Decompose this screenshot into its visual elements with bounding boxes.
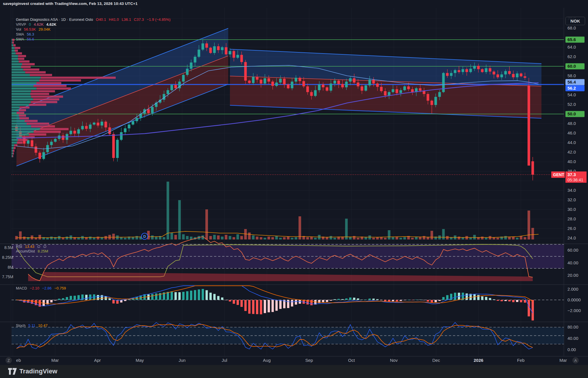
vrvp-value-a: 0 — [29, 22, 31, 27]
attribution-text: savepiginvest created with TradingView.c… — [3, 1, 138, 6]
stoch-legend[interactable]: Stoch 5.11 10.47 — [16, 323, 49, 328]
time-tick: Jul — [222, 358, 227, 363]
time-tick: 2026 — [474, 358, 483, 363]
ohlc-change: −1.9 (−4.85%) — [147, 17, 170, 22]
symbol-title: Gentian Diagnostics ASA · 1D · Euronext … — [16, 17, 93, 22]
macd-legend[interactable]: MACD −2.10 −2.86 −0.759 — [16, 286, 68, 291]
svg-text:48.0: 48.0 — [567, 121, 576, 126]
svg-text:80.00: 80.00 — [567, 324, 578, 329]
svg-text:2.000: 2.000 — [567, 287, 578, 292]
svg-text:−2.000: −2.000 — [567, 308, 581, 313]
stoch-d-value: 10.47 — [38, 323, 48, 328]
time-tick: Feb — [517, 358, 525, 363]
level-label-65-6[interactable]: 65.6 — [565, 36, 585, 43]
time-tick: May — [136, 358, 144, 363]
time-tick: Dec — [432, 358, 440, 363]
svg-text:8.25M: 8.25M — [2, 255, 13, 260]
vol-label: Vol — [16, 27, 21, 32]
time-axis[interactable]: ebMarAprMayJunJulAugSepOctNovDec2026FebM… — [5, 357, 579, 364]
footer-bar: TradingView — [0, 365, 588, 378]
svg-text:20.00: 20.00 — [567, 273, 578, 278]
chart-surface[interactable]: D60.0040.0020.008.5M8.25M8M7.75M2.0000.0… — [0, 8, 588, 365]
time-tick: Sep — [305, 358, 313, 363]
sma-label-56-4[interactable]: 56.4 — [565, 79, 585, 85]
svg-text:62.0: 62.0 — [567, 54, 576, 59]
legend-symbol-row[interactable]: Gentian Diagnostics ASA · 1D · Euronext … — [16, 17, 172, 22]
vol-value: 56.53K — [24, 27, 36, 32]
accdist-label: Accum/Dist — [16, 249, 35, 253]
price-axis[interactable]: 70.068.064.062.058.054.052.048.046.044.0… — [551, 16, 587, 240]
rsi-pane[interactable]: 60.0040.0020.008.5M8.25M8M7.75M — [2, 237, 578, 281]
dividend-marker[interactable]: D — [141, 233, 148, 239]
svg-text:46.0: 46.0 — [567, 130, 576, 135]
tradingview-logo[interactable]: TradingView — [8, 368, 57, 375]
ohlc-open: O40.1 — [96, 17, 106, 22]
legend-sma1-row[interactable]: SMA 56.3 — [16, 32, 172, 37]
time-tick: Nov — [390, 358, 398, 363]
svg-text:8M: 8M — [8, 265, 13, 270]
svg-text:7.75M: 7.75M — [2, 274, 13, 279]
macd-label: MACD — [16, 286, 27, 290]
stoch-label: Stoch — [16, 323, 25, 328]
svg-text:58.0: 58.0 — [567, 73, 576, 78]
time-tick: Apr — [94, 358, 101, 363]
level-label-50-0[interactable]: 50.0 — [565, 111, 585, 117]
legend-vrvp-row[interactable]: VRVP 0 4.62K 4.62K — [16, 22, 172, 27]
svg-text:64.0: 64.0 — [567, 45, 576, 49]
last-price-label[interactable]: GENT37.305:36:41 — [551, 172, 587, 183]
time-tick: Aug — [263, 358, 271, 363]
svg-text:60.00: 60.00 — [567, 248, 578, 252]
main-legend: Gentian Diagnostics ASA · 1D · Euronext … — [16, 17, 172, 42]
tradingview-wordmark: TradingView — [19, 368, 57, 375]
svg-text:54.0: 54.0 — [567, 92, 576, 97]
legend-vol-row[interactable]: Vol 56.53K 29.04K — [16, 27, 172, 32]
svg-text:05:36:41: 05:36:41 — [567, 178, 583, 182]
sma2-value: 56.6 — [27, 37, 34, 41]
svg-text:34.0: 34.0 — [567, 188, 576, 193]
trend-channels[interactable] — [16, 28, 541, 166]
chart-svg[interactable]: D60.0040.0020.008.5M8.25M8M7.75M2.0000.0… — [0, 8, 588, 365]
autoscale-button[interactable]: A — [572, 357, 579, 364]
svg-text:40.00: 40.00 — [567, 260, 578, 265]
macd-hist-value: −2.10 — [30, 286, 39, 290]
stoch-k-value: 5.11 — [28, 323, 35, 328]
hline-label-56-2[interactable]: 56.2 — [565, 85, 585, 91]
currency-button[interactable]: NOK — [565, 17, 585, 25]
svg-text:GENT: GENT — [553, 172, 564, 177]
svg-text:0.00: 0.00 — [567, 347, 576, 352]
time-tick: Jun — [179, 358, 186, 363]
svg-text:60.0: 60.0 — [567, 64, 576, 69]
accdist-value: 8.25M — [38, 249, 48, 253]
macd-pane[interactable]: 2.0000.0000−2.000 — [12, 286, 581, 320]
svg-text:65.6: 65.6 — [567, 37, 576, 42]
svg-text:50.0: 50.0 — [567, 111, 576, 116]
ohlc-high: H41.0 — [109, 17, 119, 22]
time-tick: Mar — [51, 358, 59, 363]
svg-text:42.0: 42.0 — [567, 150, 576, 154]
rsi-legend[interactable]: RSI 13.43 ∅ ∅ Accum/Dist 8.25M — [16, 244, 50, 254]
stoch-pane[interactable]: 80.0040.000.00 — [12, 322, 578, 352]
svg-text:26.0: 26.0 — [567, 226, 576, 231]
macd-signal-value: −0.759 — [54, 286, 66, 290]
rsi-label: RSI — [16, 244, 22, 249]
svg-text:30.0: 30.0 — [567, 207, 576, 212]
svg-text:37.3: 37.3 — [567, 172, 576, 177]
legend-sma2-row[interactable]: SMA 56.6 — [16, 37, 172, 42]
svg-text:0.0000: 0.0000 — [567, 297, 581, 302]
level-label-60-0[interactable]: 60.0 — [565, 63, 585, 69]
svg-text:28.0: 28.0 — [567, 216, 576, 221]
svg-text:A: A — [574, 358, 577, 363]
svg-text:40.00: 40.00 — [567, 336, 578, 341]
attribution-bar: savepiginvest created with TradingView.c… — [0, 0, 588, 8]
tradingview-icon — [8, 368, 17, 375]
svg-text:56.2: 56.2 — [567, 86, 576, 91]
rsi-value: 13.43 — [25, 244, 34, 249]
svg-text:Z: Z — [8, 358, 10, 363]
vol-ma-value: 29.04K — [39, 27, 51, 32]
sma1-label: SMA — [16, 32, 24, 36]
ohlc-low: L36.1 — [122, 17, 131, 22]
ohlc-close: C37.3 — [134, 17, 144, 22]
svg-text:8.5M: 8.5M — [4, 245, 13, 250]
svg-text:32.0: 32.0 — [567, 197, 576, 202]
timezone-button[interactable]: Z — [5, 357, 12, 364]
